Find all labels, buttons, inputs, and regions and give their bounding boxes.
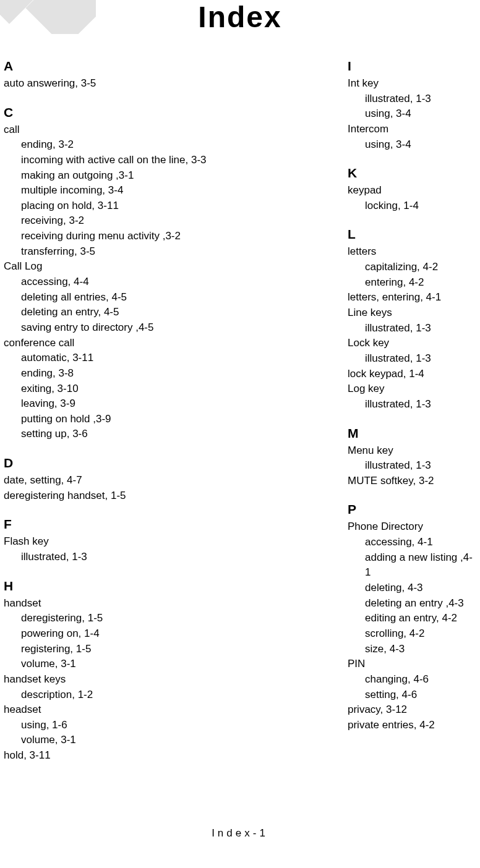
index-entry: handset keys <box>4 672 250 687</box>
index-entry: date, setting, 4-7 <box>4 473 250 488</box>
index-section-letter: M <box>348 426 478 441</box>
index-subentry: leaving, 3-9 <box>4 396 250 412</box>
index-subentry: powering on, 1-4 <box>4 626 250 642</box>
index-subentry: using, 3-4 <box>348 137 478 153</box>
index-subentry: placing on hold, 3-11 <box>4 198 250 214</box>
index-column-left: Aauto answering, 3-5Ccallending, 3-2inco… <box>2 59 250 764</box>
index-subentry: putting on hold ,3-9 <box>4 412 250 427</box>
index-subentry: ending, 3-2 <box>4 137 250 153</box>
index-subentry: automatic, 3-11 <box>4 351 250 366</box>
index-entry: Intercom <box>348 122 478 137</box>
index-section-letter: K <box>348 166 478 181</box>
index-entry: handset <box>4 596 250 611</box>
index-entry: letters, entering, 4-1 <box>348 290 478 305</box>
index-section-letter: L <box>348 227 478 242</box>
index-subentry: deleting an entry, 4-5 <box>4 305 250 320</box>
index-subentry: adding a new listing ,4-1 <box>348 550 478 581</box>
index-entry: auto answering, 3-5 <box>4 76 250 91</box>
index-subentry: accessing, 4-4 <box>4 274 250 290</box>
index-entry: letters <box>348 244 478 260</box>
index-subentry: making an outgoing ,3-1 <box>4 168 250 184</box>
index-entry: Call Log <box>4 259 250 274</box>
index-columns: Aauto answering, 3-5Ccallending, 3-2inco… <box>0 59 480 764</box>
index-subentry: illustrated, 1-3 <box>348 458 478 474</box>
index-entry: deregistering handset, 1-5 <box>4 488 250 504</box>
index-section-letter: D <box>4 456 250 470</box>
index-section-letter: P <box>348 502 478 517</box>
index-entry: Int key <box>348 76 478 91</box>
index-entry: call <box>4 122 250 138</box>
index-subentry: illustrated, 1-3 <box>348 91 478 107</box>
index-subentry: deleting an entry ,4-3 <box>348 596 478 611</box>
index-subentry: setting, 4-6 <box>348 687 478 703</box>
index-entry: private entries, 4-2 <box>348 718 478 733</box>
index-subentry: accessing, 4-1 <box>348 535 478 550</box>
index-subentry: receiving during menu activity ,3-2 <box>4 229 250 244</box>
page-title: Index <box>0 0 480 34</box>
index-subentry: registering, 1-5 <box>4 642 250 657</box>
index-section-letter: F <box>4 517 250 532</box>
index-subentry: illustrated, 1-3 <box>348 397 478 412</box>
index-entry: Line keys <box>348 305 478 321</box>
index-subentry: saving entry to directory ,4-5 <box>4 320 250 336</box>
index-entry: MUTE softkey, 3-2 <box>348 474 478 489</box>
index-subentry: receiving, 3-2 <box>4 213 250 229</box>
index-subentry: deleting, 4-3 <box>348 581 478 596</box>
index-section-letter: A <box>4 59 250 74</box>
index-subentry: description, 1-2 <box>4 687 250 703</box>
index-entry: Lock key <box>348 336 478 351</box>
index-subentry: illustrated, 1-3 <box>348 351 478 367</box>
index-entry: keypad <box>348 183 478 198</box>
index-subentry: illustrated, 1-3 <box>4 550 250 565</box>
index-subentry: transferring, 3-5 <box>4 244 250 260</box>
index-section-letter: I <box>348 59 478 74</box>
index-subentry: deleting all entries, 4-5 <box>4 290 250 305</box>
index-section-letter: H <box>4 579 250 594</box>
index-entry: PIN <box>348 657 478 672</box>
index-subentry: deregistering, 1-5 <box>4 611 250 626</box>
index-subentry: scrolling, 4-2 <box>348 626 478 642</box>
index-subentry: capitalizing, 4-2 <box>348 260 478 275</box>
index-subentry: exiting, 3-10 <box>4 381 250 397</box>
index-subentry: using, 1-6 <box>4 718 250 733</box>
page-footer: Index-1 <box>0 827 480 840</box>
index-entry: conference call <box>4 336 250 351</box>
index-entry: Phone Directory <box>348 519 478 535</box>
index-subentry: changing, 4-6 <box>348 672 478 687</box>
index-entry: hold, 3-11 <box>4 748 250 764</box>
index-subentry: ending, 3-8 <box>4 366 250 381</box>
index-subentry: using, 3-4 <box>348 106 478 122</box>
index-entry: Flash key <box>4 534 250 550</box>
index-section-letter: C <box>4 105 250 120</box>
index-subentry: editing an entry, 4-2 <box>348 611 478 626</box>
index-entry: Menu key <box>348 443 478 459</box>
index-subentry: entering, 4-2 <box>348 275 478 291</box>
index-subentry: volume, 3-1 <box>4 733 250 748</box>
index-subentry: incoming with active call on the line, 3… <box>4 153 250 168</box>
index-subentry: locking, 1-4 <box>348 198 478 214</box>
index-entry: Log key <box>348 381 478 397</box>
index-subentry: setting up, 3-6 <box>4 427 250 442</box>
index-subentry: multiple incoming, 3-4 <box>4 183 250 198</box>
index-subentry: volume, 3-1 <box>4 657 250 672</box>
index-entry: headset <box>4 702 250 718</box>
index-entry: lock keypad, 1-4 <box>348 367 478 382</box>
index-entry: privacy, 3-12 <box>348 702 478 718</box>
index-subentry: size, 4-3 <box>348 642 478 657</box>
index-column-right: IInt keyillustrated, 1-3using, 3-4Interc… <box>256 59 478 764</box>
index-subentry: illustrated, 1-3 <box>348 321 478 336</box>
